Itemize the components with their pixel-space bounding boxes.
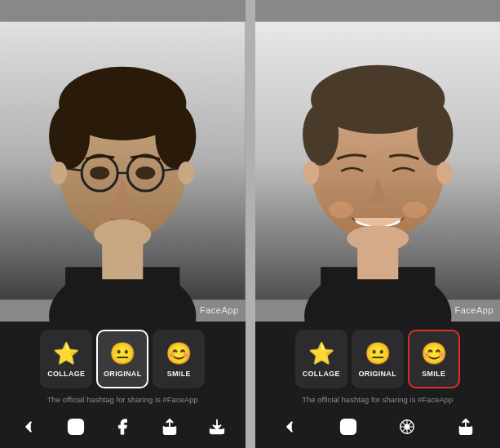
svg-point-33 <box>402 202 427 218</box>
smile-face-icon-right: 😊 <box>421 341 447 366</box>
right-instagram-button[interactable] <box>334 412 363 441</box>
right-bottom-bar: ⭐ COLLAGE 😐 ORIGINAL 😊 SMILE The officia… <box>255 322 501 448</box>
original-face-icon: 😐 <box>109 341 135 366</box>
left-hashtag: The official hashtag for sharing is #Fac… <box>5 395 241 404</box>
svg-point-32 <box>329 202 353 218</box>
collage-star-icon: ⭐ <box>53 341 79 366</box>
right-panel: FaceApp ⭐ COLLAGE 😐 ORIGINAL 😊 SMILE The… <box>255 0 501 448</box>
left-download-button[interactable] <box>202 412 232 441</box>
smile-face-icon-left: 😊 <box>166 341 192 366</box>
left-bottom-bar: ⭐ COLLAGE 😐 ORIGINAL 😊 SMILE The officia… <box>0 322 246 448</box>
panel-divider <box>249 0 252 448</box>
svg-point-35 <box>436 162 453 184</box>
right-filter-smile[interactable]: 😊 SMILE <box>408 330 460 388</box>
svg-point-30 <box>303 104 338 166</box>
right-original-face-icon: 😐 <box>365 341 391 366</box>
svg-point-7 <box>155 104 196 169</box>
left-filter-original[interactable]: 😐 ORIGINAL <box>96 330 148 388</box>
left-photo-area: FaceApp <box>0 0 246 322</box>
left-filter-row: ⭐ COLLAGE 😐 ORIGINAL 😊 SMILE <box>5 330 241 388</box>
svg-point-39 <box>352 422 353 424</box>
right-back-button[interactable] <box>275 412 304 441</box>
svg-point-14 <box>135 166 155 180</box>
left-share-button[interactable] <box>155 412 184 441</box>
left-filter-collage[interactable]: ⭐ COLLAGE <box>40 330 92 388</box>
left-back-button[interactable] <box>14 412 43 441</box>
svg-point-38 <box>344 423 352 430</box>
app-container: FaceApp ⭐ COLLAGE 😐 ORIGINAL 😊 SMILE The… <box>0 0 500 448</box>
right-collage-star-icon: ⭐ <box>308 341 334 366</box>
right-watermark: FaceApp <box>454 305 493 315</box>
left-smile-label: SMILE <box>167 370 191 378</box>
svg-point-41 <box>405 424 409 429</box>
right-action-bar <box>260 410 496 443</box>
left-panel: FaceApp ⭐ COLLAGE 😐 ORIGINAL 😊 SMILE The… <box>0 0 246 448</box>
left-action-bar <box>5 410 241 443</box>
right-filter-row: ⭐ COLLAGE 😐 ORIGINAL 😊 SMILE <box>260 330 496 388</box>
svg-point-36 <box>347 225 409 251</box>
svg-point-20 <box>72 423 79 430</box>
left-watermark: FaceApp <box>200 305 239 315</box>
right-share-button[interactable] <box>451 412 480 441</box>
svg-point-17 <box>51 162 67 184</box>
right-hashtag: The official hashtag for sharing is #Fac… <box>260 395 496 404</box>
left-instagram-button[interactable] <box>61 412 91 441</box>
svg-point-6 <box>49 104 90 169</box>
svg-point-18 <box>178 162 194 184</box>
right-smile-label: SMILE <box>422 370 445 378</box>
svg-point-31 <box>417 104 453 166</box>
left-photo-svg <box>0 0 246 322</box>
svg-point-34 <box>303 162 319 184</box>
right-photo-area: FaceApp <box>255 0 501 322</box>
right-filter-original[interactable]: 😐 ORIGINAL <box>352 330 404 388</box>
right-filter-collage[interactable]: ⭐ COLLAGE <box>295 330 347 388</box>
left-filter-smile[interactable]: 😊 SMILE <box>153 330 205 388</box>
svg-point-21 <box>78 422 80 424</box>
svg-point-13 <box>90 166 109 180</box>
left-facebook-button[interactable] <box>108 412 137 441</box>
left-original-label: ORIGINAL <box>104 370 141 378</box>
right-weibo-button[interactable] <box>392 412 422 441</box>
svg-point-16 <box>94 220 151 249</box>
right-photo-svg <box>255 0 501 322</box>
left-collage-label: COLLAGE <box>47 370 85 378</box>
right-collage-label: COLLAGE <box>303 370 340 378</box>
right-original-label: ORIGINAL <box>359 370 396 378</box>
